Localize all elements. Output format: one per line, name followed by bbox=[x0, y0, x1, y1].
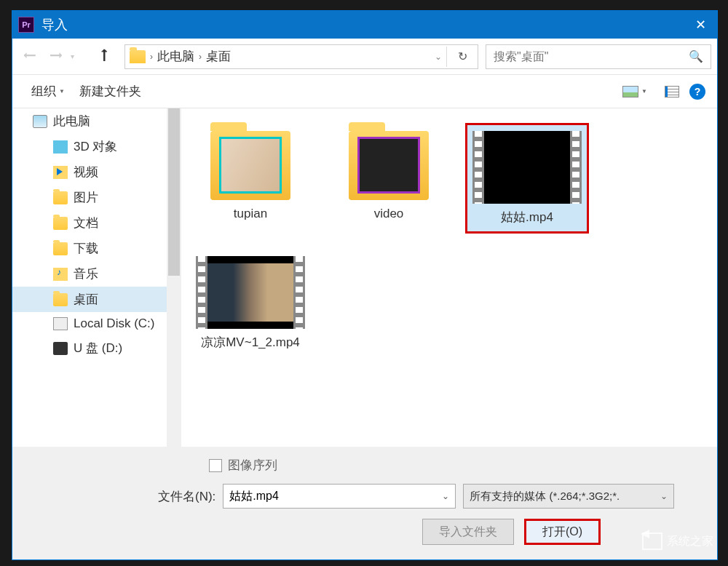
filename-field[interactable]: ⌄ bbox=[223, 484, 456, 509]
view-mode-button[interactable]: ▼ bbox=[615, 81, 654, 102]
up-button[interactable]: 🠕 bbox=[92, 45, 116, 68]
thumbnail-view-icon bbox=[622, 86, 638, 97]
search-box[interactable]: 🔍 bbox=[486, 44, 711, 69]
sidebar-item-label: 下载 bbox=[74, 240, 98, 257]
folder-thumbnail bbox=[210, 131, 290, 200]
folder-icon bbox=[53, 293, 68, 306]
file-label: 姑姑.mp4 bbox=[501, 210, 553, 226]
bottom-panel: 图像序列 文件名(N): ⌄ 所有支持的媒体 (*.264;*.3G2;*. ⌄… bbox=[12, 447, 717, 559]
toolbar: 组织 ▼ 新建文件夹 ▼ ? bbox=[12, 75, 717, 108]
sidebar-item-label: 3D 对象 bbox=[74, 138, 117, 155]
music-icon bbox=[53, 268, 68, 281]
sidebar-item[interactable]: 视频 bbox=[12, 159, 181, 185]
file-item[interactable]: tupian bbox=[189, 123, 312, 234]
open-button[interactable]: 打开(O) bbox=[524, 519, 601, 545]
sidebar-item-label: 图片 bbox=[74, 189, 98, 206]
organize-label: 组织 bbox=[31, 83, 56, 100]
file-item[interactable]: 姑姑.mp4 bbox=[465, 123, 589, 234]
folder-icon bbox=[53, 242, 68, 255]
import-dialog: Pr 导入 ✕ 🠔 🠖 ▾ 🠕 › 此电脑 › 桌面 ⌄ ↻ 🔍 组织 ▼ bbox=[12, 10, 718, 560]
back-button[interactable]: 🠔 bbox=[18, 45, 41, 68]
sidebar-item-label: 音乐 bbox=[74, 266, 98, 282]
chevron-down-icon: ▼ bbox=[641, 88, 647, 95]
file-type-filter[interactable]: 所有支持的媒体 (*.264;*.3G2;*. ⌄ bbox=[463, 484, 674, 509]
sidebar-item-label: 文档 bbox=[74, 215, 98, 231]
search-icon[interactable]: 🔍 bbox=[689, 49, 703, 63]
sidebar-item-label: 视频 bbox=[74, 164, 98, 180]
sidebar-item-label: Local Disk (C:) bbox=[74, 316, 154, 331]
help-button[interactable]: ? bbox=[689, 84, 705, 100]
history-dropdown[interactable]: ▾ bbox=[71, 52, 84, 60]
titlebar: Pr 导入 ✕ bbox=[12, 11, 717, 39]
sidebar-scrollbar[interactable] bbox=[167, 108, 181, 447]
sidebar-item[interactable]: 3D 对象 bbox=[12, 134, 181, 159]
folder-thumbnail bbox=[349, 131, 429, 200]
usb-icon bbox=[53, 342, 68, 355]
navigation-bar: 🠔 🠖 ▾ 🠕 › 此电脑 › 桌面 ⌄ ↻ 🔍 bbox=[12, 39, 717, 75]
chevron-down-icon: ▼ bbox=[59, 88, 65, 95]
divider bbox=[446, 47, 447, 67]
chevron-right-icon: › bbox=[199, 52, 202, 62]
filename-label: 文件名(N): bbox=[158, 488, 215, 505]
image-sequence-label: 图像序列 bbox=[228, 457, 277, 474]
watermark-icon bbox=[642, 533, 662, 550]
import-folder-button[interactable]: 导入文件夹 bbox=[422, 519, 514, 545]
sidebar-item-label: U 盘 (D:) bbox=[74, 340, 122, 356]
organize-button[interactable]: 组织 ▼ bbox=[24, 79, 72, 104]
sidebar-item[interactable]: Local Disk (C:) bbox=[12, 312, 181, 335]
sidebar-item[interactable]: 音乐 bbox=[12, 261, 181, 287]
sidebar-item[interactable]: 桌面 bbox=[12, 287, 181, 312]
new-folder-button[interactable]: 新建文件夹 bbox=[72, 79, 149, 104]
folder-icon bbox=[53, 217, 68, 230]
sidebar-item[interactable]: 图片 bbox=[12, 185, 181, 210]
close-button[interactable]: ✕ bbox=[684, 11, 717, 39]
chevron-right-icon: › bbox=[150, 52, 153, 62]
file-label: tupian bbox=[234, 206, 267, 222]
video-icon bbox=[53, 166, 68, 179]
3d-icon bbox=[53, 140, 68, 154]
breadcrumb-item[interactable]: 桌面 bbox=[206, 48, 231, 65]
address-bar[interactable]: › 此电脑 › 桌面 ⌄ ↻ bbox=[124, 44, 478, 69]
pc-icon bbox=[33, 115, 47, 128]
video-thumbnail bbox=[472, 131, 582, 204]
filename-dropdown-icon[interactable]: ⌄ bbox=[442, 491, 449, 501]
search-input[interactable] bbox=[494, 50, 689, 63]
sidebar-item[interactable]: 下载 bbox=[12, 236, 181, 261]
file-item[interactable]: 凉凉MV~1_2.mp4 bbox=[189, 248, 312, 359]
image-sequence-checkbox[interactable] bbox=[209, 459, 222, 472]
sidebar-item[interactable]: 文档 bbox=[12, 210, 181, 236]
sidebar: 此电脑3D 对象视频图片文档下载音乐桌面Local Disk (C:)U 盘 (… bbox=[12, 108, 181, 447]
breadcrumb-item[interactable]: 此电脑 bbox=[157, 48, 194, 65]
sidebar-item[interactable]: 此电脑 bbox=[12, 108, 181, 134]
forward-button[interactable]: 🠖 bbox=[44, 45, 68, 68]
watermark: 系统之家 bbox=[642, 533, 713, 550]
sidebar-item[interactable]: U 盘 (D:) bbox=[12, 335, 181, 361]
filter-label: 所有支持的媒体 (*.264;*.3G2;*. bbox=[470, 490, 620, 503]
refresh-button[interactable]: ↻ bbox=[451, 49, 473, 63]
file-item[interactable]: video bbox=[327, 123, 451, 234]
disk-icon bbox=[53, 317, 68, 330]
filename-input[interactable] bbox=[229, 490, 442, 503]
chevron-down-icon: ⌄ bbox=[660, 491, 668, 501]
preview-pane-button[interactable] bbox=[665, 86, 679, 97]
file-label: 凉凉MV~1_2.mp4 bbox=[201, 335, 300, 351]
sidebar-item-label: 桌面 bbox=[74, 291, 98, 308]
close-icon: ✕ bbox=[695, 17, 706, 33]
file-list[interactable]: tupianvideo姑姑.mp4凉凉MV~1_2.mp4 bbox=[181, 108, 717, 447]
address-dropdown-icon[interactable]: ⌄ bbox=[435, 52, 442, 62]
folder-icon bbox=[130, 50, 146, 63]
watermark-text: 系统之家 bbox=[667, 534, 713, 549]
dialog-title: 导入 bbox=[41, 16, 684, 33]
premiere-app-icon: Pr bbox=[18, 17, 34, 33]
video-thumbnail bbox=[196, 256, 305, 329]
body-area: 此电脑3D 对象视频图片文档下载音乐桌面Local Disk (C:)U 盘 (… bbox=[12, 108, 717, 447]
folder-icon bbox=[53, 191, 68, 204]
sidebar-item-label: 此电脑 bbox=[53, 113, 90, 129]
file-label: video bbox=[374, 206, 404, 222]
